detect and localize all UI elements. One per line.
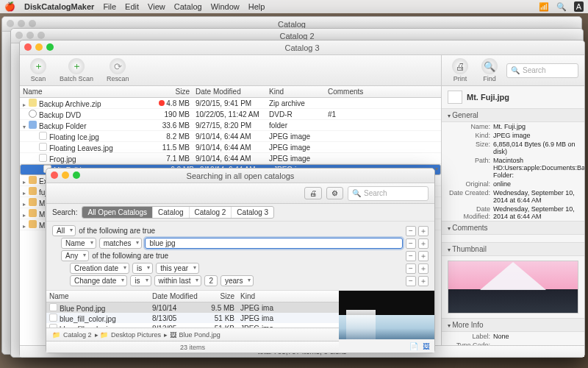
minimize-icon[interactable] [62,171,69,179]
scope-segment[interactable]: All Open Catalogs Catalog Catalog 2 Cata… [82,206,274,219]
table-row[interactable]: Backup Folder33.6 MB9/27/15, 8:20 PMfold… [20,120,441,131]
preview-pane: 📄🖼 [339,291,434,353]
rescan-button[interactable]: ⟳Rescan [102,57,134,84]
section-general[interactable]: General [442,108,584,122]
table-row[interactable]: Frog.jpg7.1 MB9/10/14, 6:44 AMJPEG image [20,153,441,164]
inspector-panel: 🖨Print 🔍Find 🔍 Search Mt. Fuji.jpg Gener… [441,55,584,357]
search-window: Searching in all open catalogs 🖨 ⚙ 🔍 Sea… [46,168,435,353]
user-badge[interactable]: A [574,1,584,12]
menu-catalog[interactable]: Catalog [174,2,202,11]
results-list[interactable]: Blue Pond.jpg9/10/149.5 MBJPEG imablue_f… [46,302,339,328]
close-icon[interactable] [51,171,58,179]
window-title: Catalog 2 [279,32,314,40]
menu-edit[interactable]: Edit [125,2,139,11]
menu-help[interactable]: Help [248,2,265,11]
result-columns[interactable]: Name Date Modified Size Kind [46,291,339,302]
criteria: All of the following are true −＋ Name ma… [46,222,434,291]
titlebar[interactable]: Catalog 3 [20,40,584,55]
column-headers[interactable]: Name Size Date Modified Kind Comments [20,86,441,98]
inspector-filename: Mt. Fuji.jpg [467,93,509,102]
close-icon[interactable] [24,43,32,51]
table-row[interactable]: Floating Leaves.jpg11.5 MB9/10/14, 6:44 … [20,142,441,153]
zoom-icon[interactable] [73,171,80,179]
search-input[interactable]: 🔍 Search [348,186,429,201]
table-row[interactable]: Backup Archive.zip 4.8 MB9/20/15, 9:41 P… [20,98,441,109]
wifi-icon[interactable]: 📶 [539,2,549,12]
rule-field-select[interactable]: Name [61,238,96,249]
window-title: Catalog 3 [284,43,319,52]
scan-button[interactable]: ＋Scan [26,57,51,84]
section-thumbnail[interactable]: Thumbnail [442,242,584,256]
apple-menu[interactable]: 🍎 [4,1,15,12]
add-rule-button[interactable]: ＋ [418,226,429,236]
section-more[interactable]: More Info [442,318,584,332]
preview-image-icon[interactable]: 🖼 [423,342,430,350]
print-button[interactable]: 🖨Print [448,57,473,84]
spotlight-icon[interactable]: 🔍 [556,2,567,12]
table-row[interactable]: Backup DVD190 MB10/22/05, 11:42 AMDVD-R#… [20,109,441,120]
file-icon [448,91,462,104]
print-icon[interactable]: 🖨 [304,187,322,199]
find-button[interactable]: 🔍Find [477,57,502,84]
window-title: Searching in all open catalogs [187,171,295,180]
table-row[interactable]: Floating Ice.jpg8.2 MB9/10/14, 6:44 AMJP… [20,131,441,142]
titlebar[interactable]: Searching in all open catalogs [46,169,434,183]
list-item[interactable]: blue_fill_color.jpg8/13/0551 KBJPEG ima [46,313,339,323]
preview-doc-icon[interactable]: 📄 [409,342,418,350]
rule-value-input[interactable]: blue jpg [145,238,403,249]
gear-icon[interactable]: ⚙ [326,187,343,199]
thumbnail-image [448,261,578,314]
rule-all-select[interactable]: All [52,225,76,236]
search-input[interactable]: 🔍 Search [506,63,578,78]
scope-row: Search: All Open Catalogs Catalog Catalo… [46,204,434,222]
section-comments[interactable]: Comments [442,221,584,235]
menu-window[interactable]: Window [211,2,240,11]
list-item[interactable]: Blue Pond.jpg9/10/149.5 MBJPEG ima [46,302,339,313]
app-name[interactable]: DiskCatalogMaker [24,2,94,11]
menu-view[interactable]: View [148,2,165,11]
status-bar: 23 items [46,341,339,353]
window-title: Catalog [278,20,306,29]
path-bar[interactable]: 📁 Catalog 2 ▸ 📁 Desktop Pictures ▸ 🖼 Blu… [46,328,339,341]
rule-op-select[interactable]: matches [99,238,143,249]
remove-rule-button[interactable]: − [406,226,416,236]
zoom-icon[interactable] [46,43,54,51]
batch-scan-button[interactable]: ＋Batch Scan [55,57,98,84]
menubar: 🍎 DiskCatalogMaker File Edit View Catalo… [0,0,588,13]
minimize-icon[interactable] [35,43,43,51]
toolbar: ＋Scan ＋Batch Scan ⟳Rescan [20,55,441,86]
menu-file[interactable]: File [103,2,116,11]
rule-any-select[interactable]: Any [61,250,89,261]
